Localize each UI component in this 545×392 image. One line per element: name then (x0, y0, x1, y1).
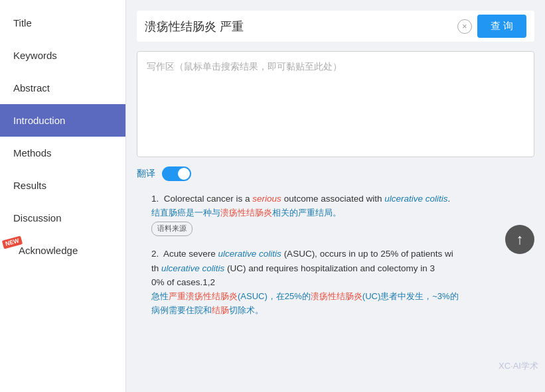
result-en-uc3: ulcerative colitis (161, 263, 224, 273)
sidebar-item-discussion[interactable]: Discussion (0, 202, 125, 234)
result-item: 1. Colorectal cancer is a serious outcom… (137, 192, 534, 236)
result-item: 2. Acute severe ulcerative colitis (ASUC… (137, 247, 534, 317)
result-en-uc2: ulcerative colitis (218, 249, 281, 259)
sidebar-item-title[interactable]: Title (0, 7, 125, 39)
toggle-knob (178, 168, 190, 180)
result-en-serious: serious (252, 194, 281, 204)
search-input[interactable] (145, 19, 452, 33)
source-tag[interactable]: 语料来源 (151, 222, 193, 236)
translate-row: 翻译 (137, 166, 534, 181)
sidebar: Title Keywords Abstract Introduction Met… (0, 0, 126, 392)
sidebar-item-label: Abstract (13, 82, 50, 94)
search-bar: × 查 询 (137, 11, 534, 42)
result-en-text: 1. Colorectal cancer is a serious outcom… (151, 192, 534, 206)
result-en-segment: Acute severe (163, 249, 218, 259)
write-area[interactable]: 写作区（鼠标单击搜索结果，即可黏贴至此处） (137, 51, 534, 157)
result-en-period: . (448, 194, 451, 204)
result-zh-highlight4: 结肠 (212, 305, 229, 315)
result-zh-text: 结直肠癌是一种与溃疡性结肠炎相关的严重结局。 (151, 206, 534, 220)
result-number: 2. (151, 249, 161, 259)
sidebar-item-results[interactable]: Results (0, 169, 125, 202)
result-en-segment: Colorectal cancer is a (164, 194, 253, 204)
clear-button[interactable]: × (457, 19, 472, 34)
result-en-uc: ulcerative colitis (384, 194, 447, 204)
write-area-placeholder: 写作区（鼠标单击搜索结果，即可黏贴至此处） (147, 61, 342, 72)
result-en-segment2: outcome associated with (281, 194, 384, 204)
result-zh-highlight: 溃疡性结肠炎 (220, 208, 272, 218)
translate-toggle[interactable] (162, 166, 191, 181)
sidebar-item-label: Keywords (13, 50, 57, 61)
sidebar-item-label: Introduction (13, 115, 65, 126)
sidebar-item-acknowledge[interactable]: NEW Acknowledge (0, 234, 125, 267)
sidebar-item-label: Methods (13, 147, 52, 159)
result-en-text: 2. Acute severe ulcerative colitis (ASUC… (151, 247, 534, 290)
main-content: × 查 询 写作区（鼠标单击搜索结果，即可黏贴至此处） 翻译 1. Colore… (126, 0, 545, 392)
watermark: XC·AI学术 (499, 360, 538, 372)
translate-label: 翻译 (137, 168, 155, 180)
scroll-up-icon: ↑ (516, 231, 524, 248)
result-zh-highlight2: 严重溃疡性结肠炎 (169, 291, 238, 301)
scroll-up-button[interactable]: ↑ (505, 225, 534, 254)
sidebar-item-label: Discussion (13, 212, 62, 224)
sidebar-item-methods[interactable]: Methods (0, 137, 125, 169)
result-zh-highlight3: 溃疡性结肠炎 (311, 291, 362, 301)
sidebar-item-label: Acknowledge (19, 245, 78, 256)
result-zh-serious: 严重 (298, 208, 315, 218)
sidebar-item-keywords[interactable]: Keywords (0, 39, 125, 72)
search-button[interactable]: 查 询 (477, 15, 526, 38)
sidebar-item-abstract[interactable]: Abstract (0, 72, 125, 104)
result-number: 1. (151, 194, 161, 204)
results-list: 1. Colorectal cancer is a serious outcom… (137, 192, 534, 317)
sidebar-item-introduction[interactable]: Introduction (0, 104, 125, 137)
sidebar-item-label: Title (13, 17, 32, 29)
sidebar-item-label: Results (13, 180, 46, 191)
result-zh-text2: 急性严重溃疡性结肠炎(ASUC)，在25%的溃疡性结肠炎(UC)患者中发生，~3… (151, 290, 534, 318)
